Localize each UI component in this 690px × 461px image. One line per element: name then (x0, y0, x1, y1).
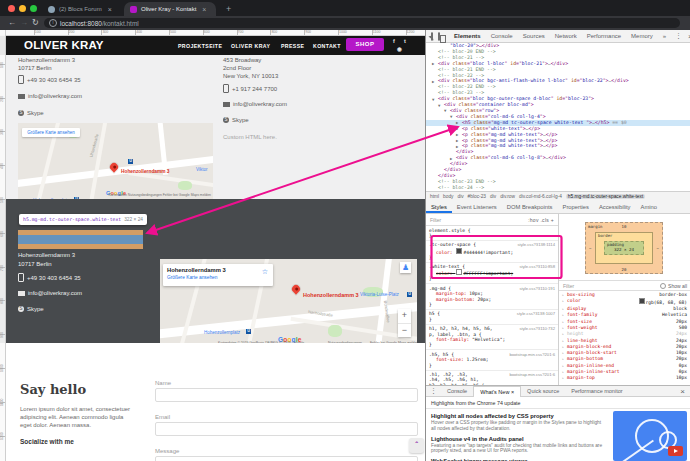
css-rule[interactable]: element.style {} (426, 226, 558, 241)
skype-link[interactable]: Skype (27, 305, 44, 313)
devtools-tab-memory[interactable]: Memory (626, 30, 658, 42)
drawer-tab-performancemonitor[interactable]: Performance monitor (565, 386, 628, 396)
devtools-close-icon[interactable]: × (686, 32, 690, 41)
instagram-icon[interactable]: ◉ (397, 46, 402, 52)
tab-close-icon[interactable]: × (108, 6, 112, 13)
breadcrumb-item[interactable]: #bloc-23 (468, 194, 486, 199)
breadcrumb-item[interactable]: div (490, 194, 496, 199)
css-rule[interactable]: h1, h2, h3, h4, h5, h6,style.css?3110:73… (426, 325, 558, 351)
sidebar-tab-event-listeners[interactable]: Event Listeners (452, 204, 502, 213)
email-input[interactable] (155, 422, 418, 436)
tree-node[interactable]: <!-- bloc-24 --> (426, 185, 690, 191)
computed-property-row[interactable]: margin-top10px (559, 375, 690, 381)
sidebar-tab-amino[interactable]: Amino (636, 204, 662, 213)
map-pin[interactable] (290, 283, 301, 294)
css-rule[interactable]: h5 {style.css?3138:1007} (426, 310, 558, 325)
computed-property-row[interactable]: colorrgb(68, 68, 68) (559, 298, 690, 306)
traffic-light-minimize[interactable] (19, 5, 26, 12)
nav-item-oliver-kray[interactable]: OLIVER KRAY (231, 43, 270, 49)
place-label-viktoria[interactable]: Viktoria-Luise-Platz (360, 292, 399, 297)
phone-number[interactable]: +49 30 403 6454 35 (27, 76, 81, 84)
device-toolbar-icon[interactable] (438, 32, 440, 41)
google-map-embed-large[interactable]: Nachodstraße Bundesallee Hohenzollerndam… (160, 259, 417, 348)
stylesheet-link[interactable]: style.css?3138:1007 (517, 311, 555, 316)
email-link[interactable]: info@oliverkray.com (28, 92, 82, 100)
site-logo[interactable]: OLIVER KRAY (24, 39, 104, 51)
css-rule[interactable]: .tc-outer-space {style.css?3138:1114colo… (426, 241, 558, 263)
browser-tab-oliver-kray[interactable]: Oliver Kray - Kontakt × (124, 2, 216, 16)
forward-button[interactable]: → (20, 18, 28, 28)
sidebar-tab-accessibility[interactable]: Accessibility (594, 204, 636, 213)
traffic-light-zoom[interactable] (30, 5, 37, 12)
twitter-icon[interactable]: t (404, 38, 406, 44)
breadcrumb-item[interactable]: div.row (500, 194, 515, 199)
place-label-viktor[interactable]: Viktor (196, 167, 207, 172)
back-to-top-button[interactable]: ˆ (409, 438, 424, 453)
drawer-tab-console[interactable]: Console (441, 386, 473, 396)
stylesheet-link[interactable]: bootstrap.min.css?201:6 (509, 352, 555, 357)
phone-number[interactable]: +49 30 403 6454 35 (27, 274, 81, 282)
traffic-light-close[interactable] (8, 5, 15, 12)
box-model-diagram[interactable]: margin 10 20 − − border padding 322 × 24 (585, 222, 663, 274)
email-link[interactable]: info@oliverkray.com (233, 100, 287, 108)
devtools-tab-performance[interactable]: Performance (582, 30, 626, 42)
breadcrumb-item[interactable]: div (457, 194, 463, 199)
shop-button[interactable]: SHOP (346, 38, 384, 51)
skype-link[interactable]: Skype (27, 109, 44, 117)
email-link[interactable]: info@oliverkray.com (28, 289, 82, 297)
drawer-tab-quicksource[interactable]: Quick source (521, 386, 565, 396)
drawer-tab-whatsnew[interactable]: What's New × (473, 386, 521, 397)
place-label-platz[interactable]: Hohenzollernplatz (204, 330, 240, 335)
address-bar[interactable]: i localhost:8080/kontakt.html (44, 18, 680, 28)
drawer-menu-icon[interactable]: ⋮ (426, 387, 441, 395)
google-map-embed[interactable]: Uhlandstraße U Hohenzollerndamm 3 Viktor… (18, 123, 213, 199)
devtools-tab-[interactable]: » (658, 30, 671, 42)
skype-link[interactable]: Skype (232, 116, 249, 124)
name-input[interactable] (155, 388, 418, 402)
phone-number[interactable]: +1 917 244 7700 (232, 85, 277, 93)
devtools-tab-console[interactable]: Console (486, 30, 518, 42)
stylesheet-link[interactable]: style.css?3138:1114 (517, 242, 555, 247)
message-textarea[interactable] (155, 456, 418, 461)
breadcrumb-item[interactable]: body (443, 194, 453, 199)
nav-item-kontakt[interactable]: KONTAKT (313, 43, 341, 49)
new-tab-button[interactable]: + (220, 2, 234, 16)
css-rule[interactable]: .mg-md {style.css?3110:191margin-top: 10… (426, 284, 558, 310)
css-rule[interactable]: .h1, .h2, .h3,bootstrap.min.css?201:6.h4… (426, 371, 558, 385)
stylesheet-link[interactable]: style.css?3110:732 (519, 326, 555, 331)
stylesheet-link[interactable]: bootstrap.min.css?201:6 (509, 372, 555, 377)
browser-tab-blocs-forum[interactable]: (2) Blocs Forum × (42, 2, 122, 16)
site-info-icon[interactable]: i (49, 19, 57, 27)
devtools-tab-network[interactable]: Network (550, 30, 582, 42)
back-button[interactable]: ← (8, 18, 16, 28)
sidebar-tab-properties[interactable]: Properties (558, 204, 594, 213)
css-rule[interactable]: .white-text {style.css?3110:858color: #F… (426, 263, 558, 285)
nav-item-presse[interactable]: PRESSE (281, 43, 304, 49)
map-attribution[interactable]: Kartendaten Nutzungsbedingungen Fehler b… (108, 193, 211, 197)
video-play-button[interactable] (668, 446, 683, 456)
facebook-icon[interactable]: f (393, 38, 395, 44)
nav-item-projektseite[interactable]: PROJEKTSEITE (178, 43, 222, 49)
css-declaration[interactable]: color: #FFFFFF!important; (429, 269, 555, 276)
more-options-icon[interactable]: ⋮ (671, 32, 686, 40)
css-rule[interactable]: .h5, h5 {bootstrap.min.css?201:6font-siz… (426, 350, 558, 370)
zoom-in-button[interactable]: + (398, 309, 411, 324)
styles-filter-input[interactable]: Filter (430, 217, 441, 223)
breadcrumb-item[interactable]: div.col-md-6.col-lg-4 (519, 194, 562, 199)
computed-filter-input[interactable]: Filter (563, 283, 574, 289)
breadcrumb-item[interactable]: html (430, 194, 439, 199)
larger-map-button[interactable]: Größere Karte ansehen (22, 128, 80, 137)
tab-close-icon[interactable]: × (202, 6, 206, 13)
sidebar-tab-dom-breakpoints[interactable]: DOM Breakpoints (502, 204, 558, 213)
drawer-close-icon[interactable]: × (678, 387, 690, 396)
devtools-tab-elements[interactable]: Elements (449, 30, 486, 42)
stylesheet-link[interactable]: style.css?3110:858 (519, 264, 555, 269)
stylesheet-link[interactable]: style.css?3110:191 (519, 286, 555, 291)
pegman-control[interactable]: ♟ (400, 262, 411, 273)
css-declaration[interactable]: color: #444444!important; (429, 248, 555, 255)
show-all-checkbox[interactable] (660, 283, 666, 289)
breadcrumb-item[interactable]: h5.mg-md.tc-outer-space.white-text (566, 194, 645, 199)
inspect-element-icon[interactable] (431, 32, 433, 41)
reload-button[interactable]: ↻ (32, 18, 39, 28)
zoom-out-button[interactable]: − (398, 324, 411, 338)
